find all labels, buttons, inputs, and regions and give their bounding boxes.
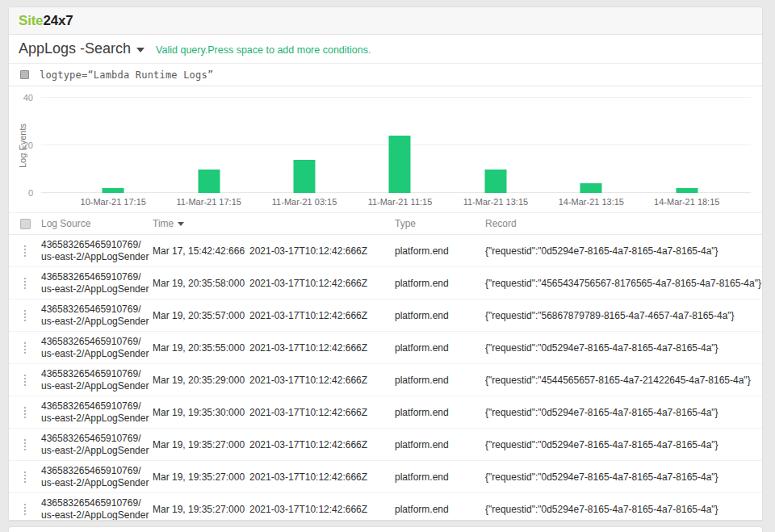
query-status-message: Valid query.Press space to add more cond… — [156, 44, 371, 56]
chart-x-tick-label: 11-Mar-21 17:15 — [161, 197, 256, 207]
chart-x-tick-label: 11-Mar-21 13:15 — [448, 197, 543, 207]
cell-record: {"requestid":"0d5294e7-8165-4a7-8165-4a7… — [485, 407, 762, 418]
search-query-input[interactable]: logtype=“Lambda Runtime Logs” — [40, 69, 213, 81]
cell-time-iso: 2021-03-17T10:12:42:666Z — [249, 439, 395, 450]
chart-y-tick-label: 20 — [23, 140, 33, 150]
chart-bar[interactable] — [198, 170, 220, 194]
cell-log-source: 436583265465910769/ us-east-2/AppLogSend… — [41, 336, 153, 360]
cell-record: {"requestid":"0d5294e7-8165-4a7-8165-4a7… — [485, 342, 762, 354]
chart-bar-slot — [352, 98, 447, 193]
title-bar: AppLogs -Search Valid query.Press space … — [9, 35, 762, 64]
column-header-log-source[interactable]: Log Source — [41, 218, 153, 229]
row-menu-icon[interactable] — [21, 404, 29, 421]
query-save-icon[interactable] — [20, 70, 29, 79]
cell-log-source: 436583265465910769/ us-east-2/AppLogSend… — [41, 304, 153, 328]
cell-record: {"requestid":"56867879789-8165-4a7-4657-… — [485, 310, 762, 321]
row-menu-icon[interactable] — [21, 436, 29, 454]
chart-bar[interactable] — [676, 188, 698, 193]
table-row[interactable]: 436583265465910769/ us-east-2/AppLogSend… — [9, 493, 762, 521]
cell-type: platform.end — [395, 439, 485, 450]
chart-bar-slot — [543, 98, 639, 193]
cell-type: platform.end — [395, 407, 485, 418]
site24x7-logo[interactable]: Site24x7 — [19, 13, 73, 29]
cell-time: Mar 19, 20:35:58:000 — [153, 278, 249, 289]
row-menu-icon[interactable] — [21, 242, 29, 260]
chart-bars — [65, 98, 735, 193]
cell-time: Mar 19, 19:35:27:000 — [153, 471, 249, 483]
table-row[interactable]: 436583265465910769/ us-east-2/AppLogSend… — [9, 267, 762, 300]
chart-bar-slot — [161, 98, 256, 193]
chevron-down-icon[interactable] — [136, 48, 145, 52]
chart-bar-slot — [448, 98, 543, 193]
cell-log-source: 436583265465910769/ us-east-2/AppLogSend… — [41, 433, 153, 457]
chart-y-axis: 02040 — [15, 98, 33, 193]
table-row[interactable]: 436583265465910769/ us-east-2/AppLogSend… — [9, 461, 762, 493]
cell-type: platform.end — [395, 471, 485, 483]
row-menu-icon[interactable] — [21, 501, 29, 518]
row-menu-icon[interactable] — [21, 274, 29, 292]
cell-time-iso: 2021-03-17T10:12:42:666Z — [249, 471, 395, 483]
select-all-cell[interactable] — [9, 219, 41, 229]
select-all-checkbox-icon[interactable] — [20, 219, 31, 229]
next-panel-edge — [8, 526, 763, 532]
table-row[interactable]: 436583265465910769/ us-east-2/AppLogSend… — [9, 429, 762, 461]
row-menu-icon[interactable] — [21, 339, 29, 357]
chart-x-tick-label: 14-Mar-21 18:15 — [639, 197, 735, 207]
logo-text-dark: 24x7 — [43, 13, 73, 28]
chart-x-tick-label: 11-Mar-21 03:15 — [257, 197, 352, 207]
cell-time-iso: 2021-03-17T10:12:42:666Z — [249, 278, 395, 289]
column-header-type[interactable]: Type — [395, 218, 485, 229]
row-menu-icon[interactable] — [21, 307, 29, 325]
cell-time-iso: 2021-03-17T10:12:42:666Z — [249, 310, 395, 321]
cell-record: {"requestid":"0d5294e7-8165-4a7-8165-4a7… — [485, 471, 762, 483]
cell-record: {"requestid":"0d5294e7-8165-4a7-8165-4a7… — [485, 504, 762, 515]
chart-x-axis: 10-Mar-21 17:1511-Mar-21 17:1511-Mar-21 … — [65, 197, 735, 207]
row-menu-icon[interactable] — [21, 371, 29, 389]
cell-type: platform.end — [395, 504, 485, 515]
chart-bar-slot — [639, 98, 735, 193]
chart-main: 02040 10-Mar-21 17:1511-Mar-21 17:1511-M… — [36, 98, 762, 212]
cell-log-source: 436583265465910769/ us-east-2/AppLogSend… — [41, 465, 153, 489]
cell-log-source: 436583265465910769/ us-east-2/AppLogSend… — [41, 497, 153, 522]
cell-time-iso: 2021-03-17T10:12:42:666Z — [249, 407, 395, 418]
table-row[interactable]: 436583265465910769/ us-east-2/AppLogSend… — [9, 364, 762, 396]
cell-type: platform.end — [395, 342, 485, 354]
cell-time: Mar 19, 19:35:30:000 — [153, 407, 249, 418]
cell-record: {"requestid":"0d5294e7-8165-4a7-8165-4a7… — [485, 245, 762, 257]
cell-type: platform.end — [395, 375, 485, 386]
page-title[interactable]: AppLogs -Search — [19, 40, 131, 57]
column-header-time[interactable]: Time — [153, 218, 249, 229]
top-bar: Site24x7 — [9, 7, 762, 35]
cell-time: Mar 19, 19:35:27:000 — [153, 439, 249, 450]
cell-record: {"requestid":"0d5294e7-8165-4a7-8165-4a7… — [485, 439, 762, 450]
page: Site24x7 AppLogs -Search Valid query.Pre… — [0, 0, 775, 532]
chart-bar[interactable] — [484, 170, 506, 194]
cell-log-source: 436583265465910769/ us-east-2/AppLogSend… — [41, 271, 153, 295]
query-bar: logtype=“Lambda Runtime Logs” — [9, 64, 762, 86]
chart-x-tick-label: 10-Mar-21 17:15 — [65, 197, 161, 207]
cell-log-source: 436583265465910769/ us-east-2/AppLogSend… — [41, 239, 153, 263]
table-row[interactable]: 436583265465910769/ us-east-2/AppLogSend… — [9, 300, 762, 332]
chart-bar[interactable] — [103, 188, 124, 193]
sort-descending-icon — [178, 222, 184, 226]
table-row[interactable]: 436583265465910769/ us-east-2/AppLogSend… — [9, 235, 762, 267]
cell-time-iso: 2021-03-17T10:12:42:666Z — [249, 342, 395, 354]
cell-type: platform.end — [395, 310, 485, 321]
chart-bar[interactable] — [389, 136, 411, 193]
cell-log-source: 436583265465910769/ us-east-2/AppLogSend… — [41, 368, 153, 392]
chart-bar[interactable] — [294, 160, 316, 193]
cell-type: platform.end — [395, 278, 485, 289]
cell-record: {"requestid":"4544565657-8165-4a7-214226… — [485, 375, 762, 386]
cell-time-iso: 2021-03-17T10:12:42:666Z — [249, 375, 395, 386]
log-table-body: 436583265465910769/ us-east-2/AppLogSend… — [9, 235, 762, 521]
logo-text-green: Site — [19, 13, 43, 28]
table-row[interactable]: 436583265465910769/ us-east-2/AppLogSend… — [9, 332, 762, 364]
column-header-record[interactable]: Record — [485, 218, 762, 229]
chart-y-tick-label: 0 — [28, 188, 33, 198]
cell-time-iso: 2021-03-17T10:12:42:666Z — [249, 245, 395, 257]
table-row[interactable]: 436583265465910769/ us-east-2/AppLogSend… — [9, 396, 762, 429]
row-menu-icon[interactable] — [21, 468, 29, 486]
chart-bar[interactable] — [580, 183, 602, 193]
cell-log-source: 436583265465910769/ us-east-2/AppLogSend… — [41, 400, 153, 425]
cell-time: Mar 19, 20:35:57:000 — [153, 310, 249, 321]
